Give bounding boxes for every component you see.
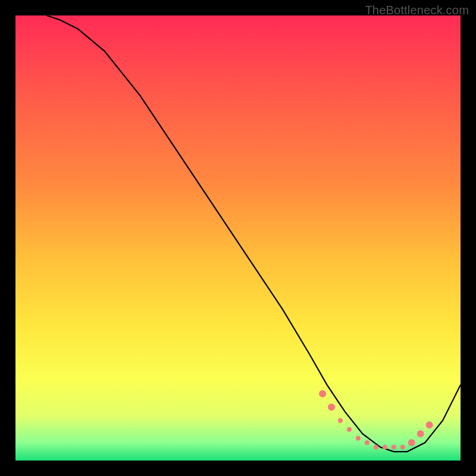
watermark-text: TheBottleneck.com [365,4,469,17]
highlight-point [338,418,343,423]
highlight-point [328,403,335,411]
highlight-point [356,436,361,441]
highlight-point [347,427,352,432]
highlight-point [417,430,424,437]
highlight-point [408,439,415,446]
highlight-point [400,445,405,450]
highlight-point [365,440,369,445]
chart-container [15,15,461,461]
chart-background [15,15,461,461]
highlight-point [374,445,378,450]
bottleneck-chart [15,15,461,461]
highlight-point [319,390,326,397]
highlight-point [426,421,433,428]
highlight-point [392,445,396,450]
highlight-point [383,445,387,450]
